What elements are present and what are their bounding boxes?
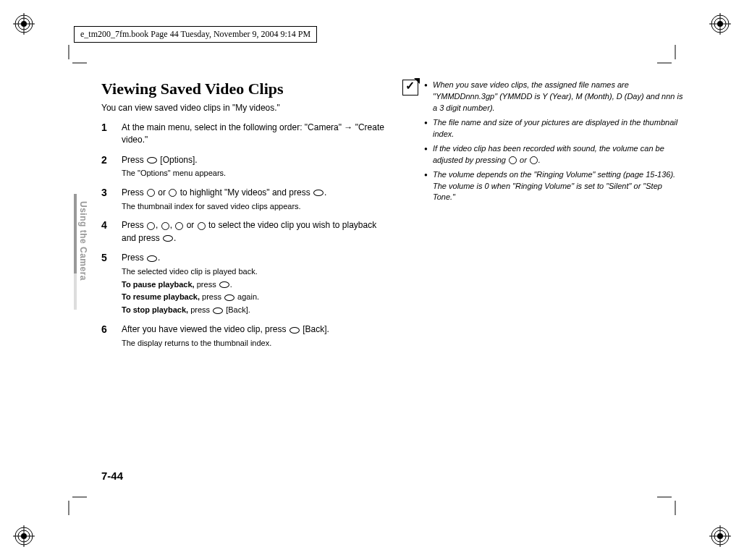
step: 6 After you have viewed the video clip, … (101, 323, 385, 349)
softkey-icon (289, 327, 300, 334)
step-text: After you have viewed the video clip, pr… (122, 324, 289, 334)
center-key-icon (224, 294, 234, 301)
page-content: Viewing Saved Video Clips You can view s… (101, 80, 686, 488)
up-key-icon (147, 222, 155, 230)
step-number: 1 (101, 122, 111, 147)
intro-text: You can view saved video clips in "My vi… (101, 103, 385, 113)
step-sub: To resume playback, press again. (122, 292, 385, 303)
down-key-icon (530, 156, 538, 164)
step: 3 Press or to highlight "My videos" and … (101, 187, 385, 212)
note-block: When you save video clips, the assigned … (402, 80, 686, 206)
step-body: Press [Options]. The "Options" menu appe… (122, 154, 385, 179)
up-key-icon (509, 156, 517, 164)
note-item: The file name and size of your pictures … (424, 117, 686, 140)
step-sub: The display returns to the thumbnail ind… (122, 338, 385, 349)
center-key-icon (163, 235, 173, 242)
note-item: If the video clip has been recorded with… (424, 143, 686, 166)
step-text: [Options]. (158, 155, 198, 165)
bold-label: To pause playback, (122, 280, 195, 289)
step-text: Press (122, 253, 146, 263)
step-text: [Back]. (300, 324, 329, 334)
step-body: After you have viewed the video clip, pr… (122, 323, 385, 349)
step-number: 2 (101, 154, 111, 179)
step-text: . (174, 233, 176, 243)
page-number: 7-44 (101, 470, 123, 482)
step-sub: The thumbnail index for saved video clip… (122, 201, 385, 213)
step: 2 Press [Options]. The "Options" menu ap… (101, 154, 385, 179)
note-item: When you save video clips, the assigned … (424, 80, 686, 114)
crop-mark (51, 479, 87, 515)
step-text: to highlight "My videos" and press (177, 187, 313, 198)
step-text: press (195, 280, 219, 289)
left-column: Viewing Saved Video Clips You can view s… (101, 80, 385, 488)
step-body: Press , , or to select the video clip yo… (122, 219, 385, 245)
softkey-icon (213, 307, 223, 314)
center-key-icon (147, 255, 157, 262)
step-text: press (200, 292, 224, 301)
registration-mark (13, 13, 56, 56)
center-key-icon (313, 190, 324, 196)
right-column: When you save video clips, the assigned … (402, 80, 686, 488)
step-body: Press . The selected video clip is playe… (122, 252, 385, 316)
step-text: Press (122, 220, 146, 230)
step-text: . (230, 280, 232, 289)
step-number: 5 (101, 252, 111, 316)
step-text: . (324, 187, 326, 198)
step-sub: To stop playback, press [Back]. (122, 305, 385, 316)
step-text: , (156, 220, 161, 230)
bold-label: To resume playback, (122, 292, 200, 301)
step: 1 At the main menu, select in the follow… (101, 122, 385, 147)
section-label: Using the Camera (78, 201, 88, 281)
step-text: or (184, 220, 196, 230)
step: 5 Press . The selected video clip is pla… (101, 252, 385, 316)
side-tab-bar (74, 194, 77, 273)
step-body: Press or to highlight "My videos" and pr… (122, 187, 385, 212)
down-key-icon (169, 189, 177, 197)
step-text: again. (235, 292, 259, 301)
step-text: . (158, 253, 160, 263)
center-key-icon (219, 281, 229, 288)
crop-mark (657, 45, 693, 81)
bold-label: To stop playback, (122, 305, 188, 314)
page-header: e_tm200_7fm.book Page 44 Tuesday, Novemb… (74, 26, 317, 43)
step-sub: The selected video clip is played back. (122, 266, 385, 278)
step-number: 3 (101, 187, 111, 212)
crop-mark (51, 45, 87, 81)
note-item: The volume depends on the "Ringing Volum… (424, 169, 686, 204)
down-key-icon (161, 222, 169, 230)
step-sub: To pause playback, press . (122, 279, 385, 291)
step-text: , (170, 220, 175, 230)
registration-mark (688, 504, 731, 547)
step-number: 6 (101, 323, 111, 349)
step-body: At the main menu, select in the followin… (122, 122, 385, 147)
step-text: or (156, 187, 168, 198)
step-text: Press (122, 155, 146, 165)
note-text: . (538, 156, 541, 164)
left-key-icon (175, 222, 183, 230)
page-title: Viewing Saved Video Clips (101, 80, 385, 98)
notes-list: When you save video clips, the assigned … (424, 80, 686, 206)
step-text: press (188, 305, 212, 314)
step-text: Press (122, 187, 146, 198)
registration-mark (688, 13, 731, 56)
up-key-icon (147, 189, 155, 197)
note-icon (402, 80, 418, 96)
step-text: [Back]. (224, 305, 250, 314)
step-number: 4 (101, 219, 111, 245)
step: 4 Press , , or to select the video clip … (101, 219, 385, 245)
registration-mark (13, 504, 56, 547)
note-text: or (517, 156, 529, 164)
right-key-icon (198, 222, 206, 230)
step-sub: The "Options" menu appears. (122, 168, 385, 179)
note-text: If the video clip has been recorded with… (433, 144, 664, 164)
softkey-icon (147, 157, 157, 164)
side-tab-bar (74, 273, 77, 310)
